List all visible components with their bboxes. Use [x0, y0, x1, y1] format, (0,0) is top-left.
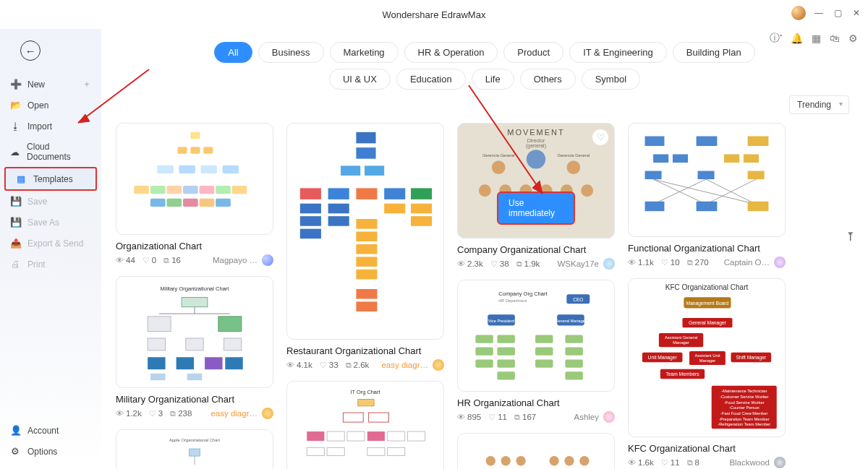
svg-rect-123	[698, 171, 715, 180]
author-avatar	[433, 359, 444, 371]
svg-rect-21	[182, 298, 208, 307]
category-chip[interactable]: Symbol	[582, 69, 640, 90]
author-avatar	[774, 457, 786, 468]
svg-rect-0	[190, 132, 200, 139]
sidebar-item-cloud[interactable]: ☁ Cloud Documents	[0, 137, 101, 167]
sidebar-item-templates[interactable]: ▩ Templates	[4, 167, 97, 191]
svg-rect-95	[475, 335, 493, 343]
category-chip[interactable]: Product	[503, 42, 563, 63]
svg-rect-6	[200, 165, 217, 173]
svg-rect-69	[367, 431, 385, 441]
category-chip-all[interactable]: All	[214, 42, 252, 63]
save-as-icon: 💾	[10, 217, 20, 228]
author-avatar	[262, 254, 273, 266]
svg-text:Vice President: Vice President	[488, 319, 515, 323]
minimize-icon[interactable]: —	[813, 7, 825, 19]
svg-text:General Manager: General Manager	[555, 319, 587, 323]
template-card[interactable]: Organizational Chart 👁44 ♡0 ⧉16 Magpayo …	[116, 123, 273, 266]
svg-line-159	[469, 85, 542, 194]
svg-rect-4	[157, 165, 174, 173]
author-avatar	[774, 257, 786, 268]
svg-rect-116	[697, 137, 718, 146]
sidebar-item-account[interactable]: 👤 Account	[0, 420, 101, 441]
card-title: Company Organizational Chart	[457, 244, 615, 255]
svg-rect-59	[384, 204, 405, 214]
category-chip[interactable]: IT & Engineering	[569, 42, 667, 63]
svg-rect-117	[748, 137, 769, 146]
svg-marker-160	[532, 181, 542, 194]
cloud-icon: ☁	[10, 147, 20, 158]
svg-rect-43	[328, 188, 349, 199]
svg-text:Team Members: Team Members	[665, 371, 699, 377]
category-chip[interactable]: UI & UX	[329, 69, 391, 90]
template-card[interactable]: Apple Organizational Chart	[116, 429, 273, 469]
svg-rect-124	[748, 171, 765, 180]
svg-rect-32	[187, 374, 203, 380]
template-card[interactable]: Functional Organizational Chart 👁1.1k ♡1…	[628, 123, 786, 268]
svg-rect-105	[535, 359, 553, 367]
svg-point-111	[516, 456, 525, 465]
back-button[interactable]: ←	[20, 40, 41, 61]
svg-point-78	[566, 160, 580, 174]
svg-rect-57	[356, 289, 377, 299]
titlebar: Wondershare EdrawMax — ▢ ✕	[0, 0, 868, 29]
category-chip[interactable]: HR & Operation	[404, 42, 498, 63]
svg-rect-52	[356, 219, 377, 229]
svg-rect-104	[497, 359, 514, 367]
svg-rect-45	[384, 188, 405, 199]
sort-dropdown[interactable]: Trending	[789, 95, 849, 114]
svg-rect-108	[565, 371, 582, 379]
svg-rect-2	[190, 147, 200, 153]
svg-rect-10	[166, 186, 182, 194]
template-card[interactable]: Military Organizational Chart Military O…	[116, 276, 273, 419]
template-card[interactable]	[457, 433, 615, 469]
category-chip[interactable]: Marketing	[330, 42, 399, 63]
svg-rect-31	[150, 374, 166, 380]
svg-text:Management Board: Management Board	[686, 301, 729, 306]
options-icon: ⚙	[10, 446, 20, 457]
template-card[interactable]: Company Org Chart HR Department CEO Vice…	[457, 280, 615, 423]
maximize-icon[interactable]: ▢	[832, 7, 843, 19]
svg-rect-132	[748, 202, 769, 211]
svg-rect-28	[176, 357, 194, 369]
sidebar-item-label: Save As	[27, 218, 59, 228]
category-chip[interactable]: Education	[396, 69, 466, 90]
svg-point-113	[564, 456, 574, 465]
svg-rect-18	[200, 199, 215, 207]
svg-rect-68	[347, 431, 365, 441]
svg-rect-61	[411, 216, 432, 226]
template-card[interactable]: KFC Organizational Chart Management Boar…	[628, 278, 786, 468]
card-title: HR Organizational Chart	[457, 397, 615, 408]
svg-rect-1	[178, 147, 187, 153]
svg-rect-36	[189, 449, 200, 456]
svg-rect-16	[166, 199, 182, 207]
scroll-to-top-icon[interactable]: ⤒	[846, 230, 855, 244]
app-title: Wondershare EdrawMax	[383, 9, 486, 20]
svg-rect-40	[341, 165, 360, 176]
card-title: Organizational Chart	[116, 241, 273, 251]
sidebar-item-label: Print	[27, 259, 46, 270]
sidebar-item-options[interactable]: ⚙ Options	[0, 441, 101, 462]
svg-rect-55	[356, 257, 377, 267]
author-avatar	[262, 408, 273, 419]
svg-rect-64	[343, 413, 363, 422]
svg-rect-102	[565, 347, 582, 355]
svg-rect-12	[200, 186, 215, 194]
category-chip[interactable]: Business	[258, 42, 324, 63]
svg-rect-75	[388, 447, 405, 455]
template-card[interactable]: Restaurant Organizational Chart 👁4.1k ♡3…	[286, 123, 444, 371]
svg-text:Unit Manager: Unit Manager	[648, 355, 678, 361]
svg-rect-50	[328, 204, 349, 214]
svg-rect-74	[367, 447, 385, 455]
template-card[interactable]: IT Org Chart	[286, 381, 444, 469]
close-icon[interactable]: ✕	[851, 7, 862, 19]
sidebar-item-label: Open	[27, 100, 48, 111]
svg-rect-97	[535, 335, 553, 343]
sidebar-item-print: 🖨 Print	[0, 254, 101, 275]
category-chip[interactable]: Building Plan	[673, 42, 755, 63]
svg-point-114	[579, 456, 589, 465]
user-avatar[interactable]	[791, 6, 806, 20]
svg-rect-71	[407, 431, 425, 441]
svg-rect-98	[565, 335, 582, 343]
print-icon: 🖨	[10, 259, 20, 270]
